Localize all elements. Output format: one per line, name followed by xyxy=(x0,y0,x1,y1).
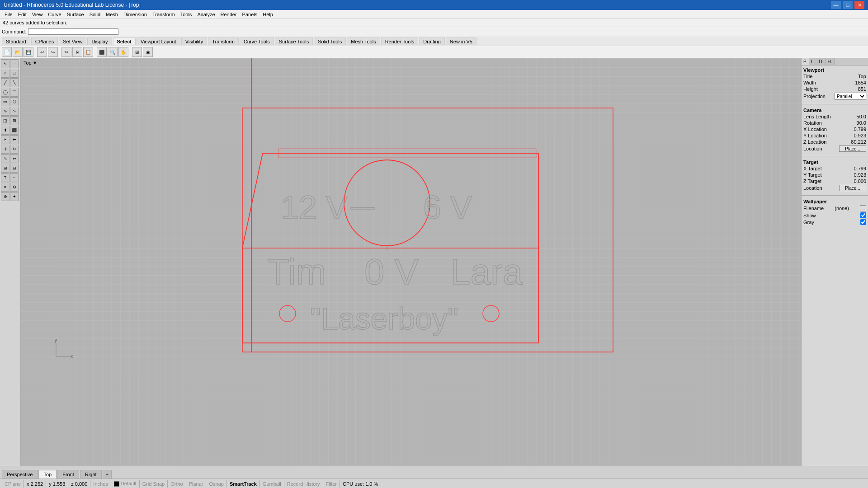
grid-icon[interactable]: ⊞ xyxy=(132,47,142,57)
toolbar-tab-curve-tools[interactable]: Curve Tools xyxy=(240,38,274,45)
viewport-tab-right[interactable]: Right xyxy=(80,470,102,479)
toolbar-tab-transform[interactable]: Transform xyxy=(208,38,239,45)
menu-item-dimension[interactable]: Dimension xyxy=(121,11,150,18)
mesh-icon[interactable]: ⊞ xyxy=(10,116,19,125)
menu-item-curve[interactable]: Curve xyxy=(45,11,64,18)
mirror-icon[interactable]: ⇔ xyxy=(10,154,19,163)
array-icon[interactable]: ⊞ xyxy=(1,164,9,173)
prop-icon[interactable]: ⚙ xyxy=(10,183,19,192)
statusbar-smarttrack[interactable]: SmartTrack xyxy=(227,480,260,488)
arc-icon[interactable]: ⌒ xyxy=(10,88,19,97)
rp-tab-display[interactable]: D. xyxy=(817,58,826,65)
zoom-icon[interactable]: 🔍 xyxy=(108,47,118,57)
menu-item-help[interactable]: Help xyxy=(260,11,276,18)
arrow-icon[interactable]: → xyxy=(10,59,19,68)
render-icon[interactable]: ◉ xyxy=(143,47,153,57)
menu-item-surface[interactable]: Surface xyxy=(64,11,87,18)
solid-icon[interactable]: ⬛ xyxy=(10,126,19,135)
menu-item-render[interactable]: Render xyxy=(218,11,240,18)
statusbar-planar[interactable]: Planar xyxy=(186,480,207,488)
menu-item-transform[interactable]: Transform xyxy=(150,11,178,18)
extrude-icon[interactable]: ⬆ xyxy=(1,126,9,135)
menu-item-mesh[interactable]: Mesh xyxy=(103,11,121,18)
toolbar-tab-new-in-v5[interactable]: New in V5 xyxy=(446,38,476,45)
text-icon[interactable]: T xyxy=(1,173,9,182)
circle-icon[interactable]: ◯ xyxy=(1,88,9,97)
toolbar-tab-drafting[interactable]: Drafting xyxy=(419,38,445,45)
toolbar-tab-solid-tools[interactable]: Solid Tools xyxy=(314,38,346,45)
viewport-add-button[interactable]: + xyxy=(103,470,112,479)
redo-icon[interactable]: ↪ xyxy=(48,47,58,57)
statusbar-units[interactable]: Inches xyxy=(90,480,111,488)
undo-icon[interactable]: ↩ xyxy=(37,47,47,57)
viewport-tab-top[interactable]: Top xyxy=(38,470,57,479)
toolbar-tab-visibility[interactable]: Visibility xyxy=(181,38,208,45)
open-icon[interactable]: 📂 xyxy=(13,47,23,57)
paste-icon[interactable]: 📋 xyxy=(83,47,93,57)
toolbar-tab-set-view[interactable]: Set View xyxy=(59,38,86,45)
save-icon[interactable]: 💾 xyxy=(24,47,33,57)
statusbar-grid-snap[interactable]: Grid Snap xyxy=(140,480,168,488)
minimize-button[interactable]: — xyxy=(831,1,841,9)
statusbar-record-history[interactable]: Record History xyxy=(284,480,323,488)
place-target-button[interactable]: Place... xyxy=(839,185,866,191)
menu-item-edit[interactable]: Edit xyxy=(15,11,29,18)
rp-tab-properties[interactable]: P. xyxy=(802,58,809,65)
freeform-icon[interactable]: 〜 xyxy=(10,107,19,116)
show-checkbox[interactable] xyxy=(860,212,866,218)
statusbar-filter[interactable]: Filter xyxy=(323,480,340,488)
statusbar-ortho[interactable]: Ortho xyxy=(168,480,186,488)
statusbar-cplane[interactable]: CPlane xyxy=(2,480,24,488)
gray-checkbox[interactable] xyxy=(860,219,866,225)
viewport-area[interactable]: x y 12 V — 6 V Tim 0 V xyxy=(21,58,801,466)
surface-icon[interactable]: ◫ xyxy=(1,116,9,125)
projection-select[interactable]: Parallel Perspective xyxy=(835,93,866,100)
command-input[interactable] xyxy=(28,28,118,35)
toolbar-tab-standard[interactable]: Standard xyxy=(2,38,30,45)
statusbar-gumball[interactable]: Gumball xyxy=(260,480,284,488)
polygon-icon[interactable]: ⬡ xyxy=(10,97,19,106)
new-icon[interactable]: 📄 xyxy=(2,47,12,57)
menu-item-view[interactable]: View xyxy=(29,11,46,18)
toolbar-tab-display[interactable]: Display xyxy=(87,38,112,45)
pan-icon[interactable]: ✋ xyxy=(118,47,128,57)
snap-icon[interactable]: ⊕ xyxy=(1,192,9,201)
toolbar-tab-cplanes[interactable]: CPlanes xyxy=(31,38,58,45)
rp-tab-layers[interactable]: L. xyxy=(809,58,817,65)
menu-item-analyze[interactable]: Analyze xyxy=(194,11,217,18)
maximize-button[interactable]: □ xyxy=(843,1,853,9)
gumball2-icon[interactable]: ✦ xyxy=(10,192,19,201)
split-icon[interactable]: ⊢ xyxy=(10,135,19,144)
menu-item-panels[interactable]: Panels xyxy=(240,11,260,18)
offset-icon[interactable]: ⊟ xyxy=(10,164,19,173)
layer-icon[interactable]: ≡ xyxy=(1,183,9,192)
viewport-tab-perspective[interactable]: Perspective xyxy=(2,470,38,479)
toolbar-tab-viewport-layout[interactable]: Viewport Layout xyxy=(137,38,180,45)
curve-icon[interactable]: ∿ xyxy=(1,107,9,116)
scale-icon[interactable]: ⤡ xyxy=(1,154,9,163)
move-icon[interactable]: ✛ xyxy=(1,145,9,154)
close-button[interactable]: ✕ xyxy=(854,1,864,9)
place-camera-button[interactable]: Place... xyxy=(839,145,866,152)
statusbar-osnap[interactable]: Osnap xyxy=(206,480,226,488)
toolbar-tab-render-tools[interactable]: Render Tools xyxy=(381,38,419,45)
menu-item-tools[interactable]: Tools xyxy=(178,11,195,18)
select-all-icon[interactable]: ⬛ xyxy=(97,47,107,57)
toolbar-tab-surface-tools[interactable]: Surface Tools xyxy=(275,38,313,45)
dim-icon[interactable]: ↔ xyxy=(10,173,19,182)
lasso-icon[interactable]: ○ xyxy=(1,69,9,78)
rectangle-icon[interactable]: ▭ xyxy=(1,97,9,106)
window-icon[interactable]: □ xyxy=(10,69,19,78)
copy-icon[interactable]: ⎘ xyxy=(72,47,82,57)
viewport-tab-front[interactable]: Front xyxy=(57,470,79,479)
menu-item-solid[interactable]: Solid xyxy=(87,11,103,18)
statusbar-layer[interactable]: Default xyxy=(111,480,140,488)
polyline-icon[interactable]: ╲ xyxy=(10,78,19,87)
cut-icon[interactable]: ✂ xyxy=(61,47,71,57)
rp-tab-help[interactable]: H. xyxy=(826,58,835,65)
pointer-icon[interactable]: ↖ xyxy=(1,59,9,68)
toolbar-tab-select[interactable]: Select xyxy=(113,38,136,45)
wallpaper-browse-button[interactable]: … xyxy=(860,205,866,211)
rotate-icon[interactable]: ↻ xyxy=(10,145,19,154)
trim-icon[interactable]: ✂ xyxy=(1,135,9,144)
